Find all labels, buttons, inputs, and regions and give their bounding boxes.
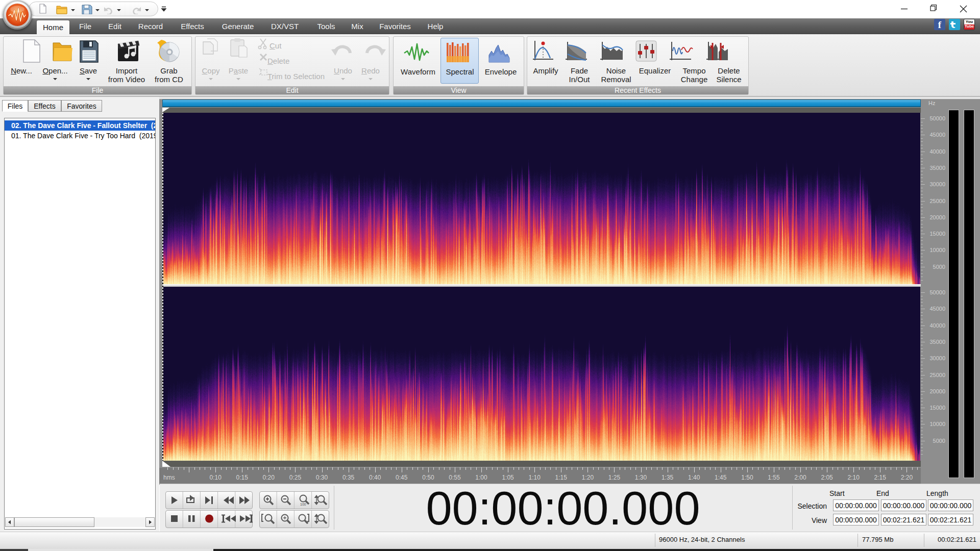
svg-text:100: 100	[300, 503, 306, 506]
